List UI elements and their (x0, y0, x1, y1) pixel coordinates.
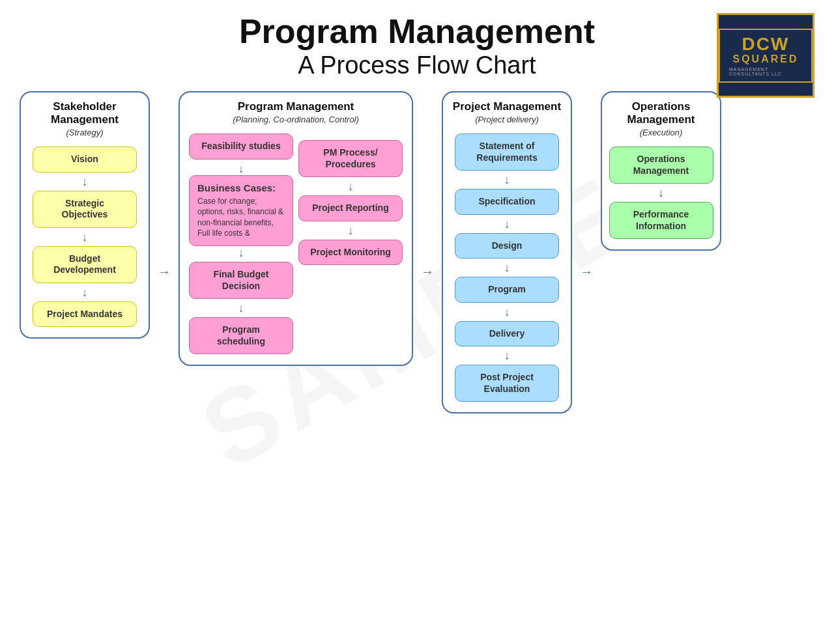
arrow-proj-4: ↓ (504, 306, 510, 318)
arrow-proj-1: ↓ (504, 174, 510, 186)
inter-arrow-3: → (580, 225, 593, 279)
logo-squared: SQUARED (732, 53, 798, 65)
node-strategic-objectives: Strategic Objectives (33, 191, 137, 228)
flow-container: Stakeholder Management (Strategy) Vision… (20, 91, 814, 413)
page-wrapper: SAMPLE DCW SQUARED MANAGEMENT CONSULTANT… (0, 0, 834, 644)
stakeholder-column: Stakeholder Management (Strategy) Vision… (20, 91, 150, 339)
node-pm-process: PM Process/ Procedures (298, 140, 403, 177)
arrow-proj-3: ↓ (504, 262, 510, 273)
header: Program Management A Process Flow Chart (20, 13, 814, 79)
node-vision: Vision (33, 147, 137, 173)
logo: DCW SQUARED MANAGEMENT CONSULTANTS LLC (717, 13, 814, 98)
inter-arrow-1: → (158, 225, 171, 279)
operations-subtitle: (Execution) (640, 128, 683, 137)
project-subtitle: (Project delivery) (475, 115, 539, 124)
arrow-pm-r2: ↓ (348, 225, 354, 236)
arrow-pm-1: ↓ (238, 163, 244, 175)
operations-panel: Operations Management (Execution) Operat… (601, 91, 721, 251)
node-program-scheduling: Program scheduling (189, 317, 293, 354)
project-column: Project Management (Project delivery) St… (442, 91, 572, 413)
stakeholder-subtitle: (Strategy) (66, 128, 103, 137)
project-panel: Project Management (Project delivery) St… (442, 91, 572, 413)
logo-dcw: DCW (742, 35, 790, 53)
pm-right: PM Process/ Procedures ↓ Project Reporti… (298, 137, 403, 268)
arrow-pm-2: ↓ (238, 247, 244, 259)
pm-inner: Feasibility studies ↓ Business Cases: Ca… (189, 131, 403, 357)
logo-sub: MANAGEMENT CONSULTANTS LLC (729, 67, 802, 76)
node-specification: Specification (455, 189, 559, 215)
node-project-reporting: Project Reporting (298, 195, 403, 221)
node-program-proj: Program (455, 277, 559, 303)
node-budget-dev: Budget Developement (33, 246, 137, 283)
arrow-ops-1: ↓ (658, 187, 664, 199)
stakeholder-title: Stakeholder Management (27, 100, 142, 126)
node-operations-mgmt: Operations Management (609, 147, 713, 184)
pm-left: Feasibility studies ↓ Business Cases: Ca… (189, 131, 293, 357)
arrow-pm-3: ↓ (238, 302, 244, 314)
node-final-budget: Final Budget Decision (189, 262, 293, 299)
arrow-pm-r1: ↓ (348, 180, 354, 192)
inter-arrow-2: → (421, 225, 434, 279)
arrow-proj-5: ↓ (504, 350, 510, 361)
operations-title: Operations Management (609, 100, 713, 126)
node-post-project: Post Project Evaluation (455, 365, 559, 402)
node-project-monitoring: Project Monitoring (298, 240, 403, 266)
stakeholder-panel: Stakeholder Management (Strategy) Vision… (20, 91, 150, 339)
page-subtitle: A Process Flow Chart (20, 51, 814, 79)
program-panel: Program Management (Planning, Co-ordinat… (179, 91, 413, 366)
program-column: Program Management (Planning, Co-ordinat… (179, 91, 413, 366)
program-title: Program Management (238, 100, 354, 113)
node-performance-info: Performance Information (609, 202, 713, 239)
project-title: Project Management (453, 100, 561, 113)
arrow-2: ↓ (82, 231, 88, 243)
operations-column: Operations Management (Execution) Operat… (601, 91, 721, 251)
node-project-mandates: Project Mandates (33, 301, 137, 328)
node-design: Design (455, 233, 559, 259)
arrow-3: ↓ (82, 287, 88, 298)
node-business-cases: Business Cases: Case for change; options… (189, 175, 293, 246)
program-subtitle: (Planning, Co-ordination, Control) (233, 115, 359, 124)
node-feasibility: Feasibility studies (189, 133, 293, 160)
page-title: Program Management (20, 13, 814, 50)
node-statement-req: Statement of Requirements (455, 133, 559, 171)
arrow-1: ↓ (82, 176, 88, 188)
node-delivery: Delivery (455, 321, 559, 347)
arrow-proj-2: ↓ (504, 218, 510, 230)
